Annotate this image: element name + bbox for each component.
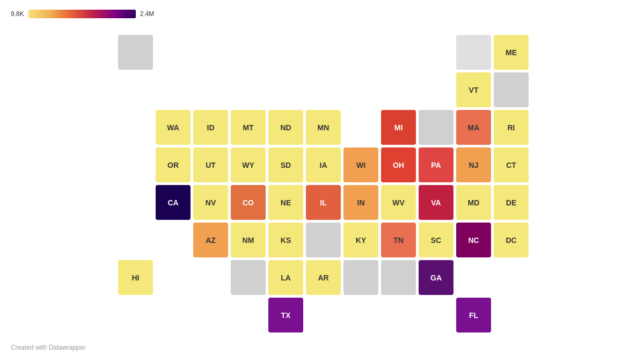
state-DC[interactable]: DC xyxy=(494,223,529,257)
legend: 9.8K 2.4M xyxy=(11,10,154,18)
state-CA[interactable]: CA xyxy=(156,185,191,220)
state-ND[interactable]: ND xyxy=(268,110,303,145)
state-VT[interactable]: VT xyxy=(456,72,491,107)
state-AZ[interactable]: AZ xyxy=(193,223,228,257)
state-empty[interactable] xyxy=(343,260,378,295)
state-empty[interactable] xyxy=(456,35,491,70)
state-SC[interactable]: SC xyxy=(419,223,453,257)
state-OH[interactable]: OH xyxy=(381,147,416,182)
state-WI[interactable]: WI xyxy=(343,147,378,182)
state-FL[interactable]: FL xyxy=(456,298,491,333)
state-TN[interactable]: TN xyxy=(381,223,416,257)
state-SD[interactable]: SD xyxy=(268,147,303,182)
state-GA[interactable]: GA xyxy=(419,260,453,295)
state-KS[interactable]: KS xyxy=(268,223,303,257)
state-empty[interactable] xyxy=(419,110,453,145)
state-CT[interactable]: CT xyxy=(494,147,529,182)
state-KY[interactable]: KY xyxy=(343,223,378,257)
legend-gradient xyxy=(28,10,136,18)
state-empty[interactable] xyxy=(381,260,416,295)
state-UT[interactable]: UT xyxy=(193,147,228,182)
state-CO[interactable]: CO xyxy=(231,185,266,220)
state-IL[interactable]: IL xyxy=(306,185,341,220)
state-NJ[interactable]: NJ xyxy=(456,147,491,182)
state-RI[interactable]: RI xyxy=(494,110,529,145)
state-empty[interactable] xyxy=(494,72,529,107)
state-MN[interactable]: MN xyxy=(306,110,341,145)
state-LA[interactable]: LA xyxy=(268,260,303,295)
state-NE[interactable]: NE xyxy=(268,185,303,220)
state-OR[interactable]: OR xyxy=(156,147,191,182)
state-empty[interactable] xyxy=(231,260,266,295)
state-MA[interactable]: MA xyxy=(456,110,491,145)
state-HI[interactable]: HI xyxy=(118,260,153,295)
state-PA[interactable]: PA xyxy=(419,147,453,182)
state-WY[interactable]: WY xyxy=(231,147,266,182)
state-empty[interactable] xyxy=(118,35,153,70)
state-WA[interactable]: WA xyxy=(156,110,191,145)
state-MI[interactable]: MI xyxy=(381,110,416,145)
state-MD[interactable]: MD xyxy=(456,185,491,220)
legend-max-label: 2.4M xyxy=(140,10,155,18)
state-empty[interactable] xyxy=(306,223,341,257)
state-AR[interactable]: AR xyxy=(306,260,341,295)
state-ME[interactable]: ME xyxy=(494,35,529,70)
legend-min-label: 9.8K xyxy=(11,10,24,18)
state-NC[interactable]: NC xyxy=(456,223,491,257)
state-WV[interactable]: WV xyxy=(381,185,416,220)
state-VA[interactable]: VA xyxy=(419,185,453,220)
state-NV[interactable]: NV xyxy=(193,185,228,220)
state-NM[interactable]: NM xyxy=(231,223,266,257)
state-ID[interactable]: ID xyxy=(193,110,228,145)
state-IN[interactable]: IN xyxy=(343,185,378,220)
state-IA[interactable]: IA xyxy=(306,147,341,182)
footer-text: Created with Datawrapper xyxy=(11,344,85,351)
state-DE[interactable]: DE xyxy=(494,185,529,220)
footer: Created with Datawrapper xyxy=(11,344,85,351)
state-MT[interactable]: MT xyxy=(231,110,266,145)
state-TX[interactable]: TX xyxy=(268,298,303,333)
